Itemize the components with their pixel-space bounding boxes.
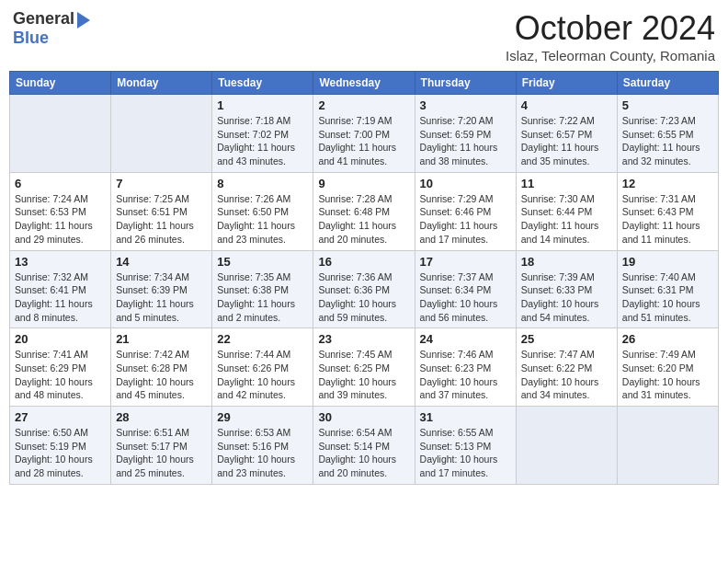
calendar-cell: 17Sunrise: 7:37 AM Sunset: 6:34 PM Dayli… xyxy=(415,250,516,328)
day-number: 8 xyxy=(217,177,308,190)
calendar-cell: 2Sunrise: 7:19 AM Sunset: 7:00 PM Daylig… xyxy=(313,95,415,173)
day-info: Sunrise: 7:40 AM Sunset: 6:31 PM Dayligh… xyxy=(622,270,713,325)
logo-blue: Blue xyxy=(13,29,49,47)
calendar-cell: 21Sunrise: 7:42 AM Sunset: 6:28 PM Dayli… xyxy=(111,328,212,407)
calendar-header-row: SundayMondayTuesdayWednesdayThursdayFrid… xyxy=(10,72,719,95)
calendar-cell: 16Sunrise: 7:36 AM Sunset: 6:36 PM Dayli… xyxy=(313,250,415,328)
calendar-cell: 24Sunrise: 7:46 AM Sunset: 6:23 PM Dayli… xyxy=(415,328,516,407)
calendar-cell: 9Sunrise: 7:28 AM Sunset: 6:48 PM Daylig… xyxy=(313,172,415,250)
logo-general: General xyxy=(13,9,74,29)
day-info: Sunrise: 6:51 AM Sunset: 5:17 PM Dayligh… xyxy=(116,426,207,480)
calendar-cell: 3Sunrise: 7:20 AM Sunset: 6:59 PM Daylig… xyxy=(415,95,516,173)
calendar-cell: 18Sunrise: 7:39 AM Sunset: 6:33 PM Dayli… xyxy=(516,250,617,328)
day-info: Sunrise: 7:37 AM Sunset: 6:34 PM Dayligh… xyxy=(420,270,511,325)
logo: General Blue xyxy=(13,9,90,48)
day-info: Sunrise: 7:31 AM Sunset: 6:43 PM Dayligh… xyxy=(622,192,713,247)
day-info: Sunrise: 7:49 AM Sunset: 6:20 PM Dayligh… xyxy=(622,348,713,402)
day-number: 23 xyxy=(318,332,409,346)
day-number: 6 xyxy=(15,177,106,190)
title-area: October 2024 Islaz, Teleorman County, Ro… xyxy=(506,9,715,63)
calendar-cell: 25Sunrise: 7:47 AM Sunset: 6:22 PM Dayli… xyxy=(516,328,617,407)
day-number: 13 xyxy=(15,255,106,269)
day-info: Sunrise: 7:44 AM Sunset: 6:26 PM Dayligh… xyxy=(217,348,308,402)
calendar-cell: 11Sunrise: 7:30 AM Sunset: 6:44 PM Dayli… xyxy=(516,172,617,250)
day-number: 26 xyxy=(622,332,713,346)
calendar-cell: 12Sunrise: 7:31 AM Sunset: 6:43 PM Dayli… xyxy=(617,172,718,250)
day-info: Sunrise: 7:30 AM Sunset: 6:44 PM Dayligh… xyxy=(521,192,612,247)
day-number: 14 xyxy=(116,255,207,269)
calendar-cell: 29Sunrise: 6:53 AM Sunset: 5:16 PM Dayli… xyxy=(212,407,313,485)
column-header-friday: Friday xyxy=(516,72,617,95)
day-info: Sunrise: 6:53 AM Sunset: 5:16 PM Dayligh… xyxy=(217,426,308,480)
day-info: Sunrise: 7:46 AM Sunset: 6:23 PM Dayligh… xyxy=(420,348,511,402)
day-info: Sunrise: 7:25 AM Sunset: 6:51 PM Dayligh… xyxy=(116,192,207,247)
day-number: 2 xyxy=(318,98,409,112)
day-number: 15 xyxy=(217,255,308,269)
day-number: 7 xyxy=(116,177,207,190)
calendar-cell xyxy=(516,407,617,485)
day-number: 3 xyxy=(420,98,511,112)
day-info: Sunrise: 7:34 AM Sunset: 6:39 PM Dayligh… xyxy=(116,270,207,325)
calendar-cell: 10Sunrise: 7:29 AM Sunset: 6:46 PM Dayli… xyxy=(415,172,516,250)
day-number: 24 xyxy=(420,332,511,346)
calendar-cell xyxy=(111,95,212,173)
day-info: Sunrise: 7:26 AM Sunset: 6:50 PM Dayligh… xyxy=(217,192,308,247)
day-number: 19 xyxy=(622,255,713,269)
calendar-cell: 1Sunrise: 7:18 AM Sunset: 7:02 PM Daylig… xyxy=(212,95,313,173)
calendar-cell: 31Sunrise: 6:55 AM Sunset: 5:13 PM Dayli… xyxy=(415,407,516,485)
column-header-wednesday: Wednesday xyxy=(313,72,415,95)
day-info: Sunrise: 6:50 AM Sunset: 5:19 PM Dayligh… xyxy=(15,426,106,480)
day-number: 1 xyxy=(217,98,308,112)
day-info: Sunrise: 7:29 AM Sunset: 6:46 PM Dayligh… xyxy=(420,192,511,247)
calendar-cell xyxy=(10,95,111,173)
day-number: 4 xyxy=(521,98,612,112)
day-info: Sunrise: 7:23 AM Sunset: 6:55 PM Dayligh… xyxy=(622,114,713,168)
calendar-cell: 6Sunrise: 7:24 AM Sunset: 6:53 PM Daylig… xyxy=(10,172,111,250)
calendar-week-row: 1Sunrise: 7:18 AM Sunset: 7:02 PM Daylig… xyxy=(10,95,719,173)
day-info: Sunrise: 7:35 AM Sunset: 6:38 PM Dayligh… xyxy=(217,270,308,325)
day-number: 21 xyxy=(116,332,207,346)
location-subtitle: Islaz, Teleorman County, Romania xyxy=(506,48,715,63)
calendar-cell: 28Sunrise: 6:51 AM Sunset: 5:17 PM Dayli… xyxy=(111,407,212,485)
day-info: Sunrise: 6:54 AM Sunset: 5:14 PM Dayligh… xyxy=(318,426,409,480)
calendar-table: SundayMondayTuesdayWednesdayThursdayFrid… xyxy=(9,71,719,485)
calendar-cell: 15Sunrise: 7:35 AM Sunset: 6:38 PM Dayli… xyxy=(212,250,313,328)
calendar-week-row: 13Sunrise: 7:32 AM Sunset: 6:41 PM Dayli… xyxy=(10,250,719,328)
day-number: 18 xyxy=(521,255,612,269)
day-number: 22 xyxy=(217,332,308,346)
calendar-cell: 30Sunrise: 6:54 AM Sunset: 5:14 PM Dayli… xyxy=(313,407,415,485)
calendar-cell: 7Sunrise: 7:25 AM Sunset: 6:51 PM Daylig… xyxy=(111,172,212,250)
day-number: 9 xyxy=(318,177,409,190)
day-number: 5 xyxy=(622,98,713,112)
day-info: Sunrise: 7:39 AM Sunset: 6:33 PM Dayligh… xyxy=(521,270,612,325)
calendar-cell: 5Sunrise: 7:23 AM Sunset: 6:55 PM Daylig… xyxy=(617,95,718,173)
day-info: Sunrise: 7:41 AM Sunset: 6:29 PM Dayligh… xyxy=(15,348,106,402)
calendar-week-row: 20Sunrise: 7:41 AM Sunset: 6:29 PM Dayli… xyxy=(10,328,719,407)
day-info: Sunrise: 7:19 AM Sunset: 7:00 PM Dayligh… xyxy=(318,114,409,168)
month-title: October 2024 xyxy=(506,9,715,48)
day-number: 25 xyxy=(521,332,612,346)
calendar-cell: 13Sunrise: 7:32 AM Sunset: 6:41 PM Dayli… xyxy=(10,250,111,328)
calendar-cell: 4Sunrise: 7:22 AM Sunset: 6:57 PM Daylig… xyxy=(516,95,617,173)
calendar-cell: 14Sunrise: 7:34 AM Sunset: 6:39 PM Dayli… xyxy=(111,250,212,328)
day-number: 29 xyxy=(217,410,308,424)
day-number: 16 xyxy=(318,255,409,269)
logo-triangle-icon xyxy=(77,12,90,29)
day-number: 10 xyxy=(420,177,511,190)
day-info: Sunrise: 7:22 AM Sunset: 6:57 PM Dayligh… xyxy=(521,114,612,168)
calendar-cell: 26Sunrise: 7:49 AM Sunset: 6:20 PM Dayli… xyxy=(617,328,718,407)
day-info: Sunrise: 7:28 AM Sunset: 6:48 PM Dayligh… xyxy=(318,192,409,247)
day-number: 28 xyxy=(116,410,207,424)
calendar-cell: 27Sunrise: 6:50 AM Sunset: 5:19 PM Dayli… xyxy=(10,407,111,485)
day-number: 31 xyxy=(420,410,511,424)
day-number: 11 xyxy=(521,177,612,190)
column-header-thursday: Thursday xyxy=(415,72,516,95)
calendar-cell xyxy=(617,407,718,485)
column-header-tuesday: Tuesday xyxy=(212,72,313,95)
column-header-saturday: Saturday xyxy=(617,72,718,95)
calendar-cell: 19Sunrise: 7:40 AM Sunset: 6:31 PM Dayli… xyxy=(617,250,718,328)
calendar-week-row: 27Sunrise: 6:50 AM Sunset: 5:19 PM Dayli… xyxy=(10,407,719,485)
day-info: Sunrise: 7:36 AM Sunset: 6:36 PM Dayligh… xyxy=(318,270,409,325)
calendar-cell: 8Sunrise: 7:26 AM Sunset: 6:50 PM Daylig… xyxy=(212,172,313,250)
calendar-cell: 20Sunrise: 7:41 AM Sunset: 6:29 PM Dayli… xyxy=(10,328,111,407)
